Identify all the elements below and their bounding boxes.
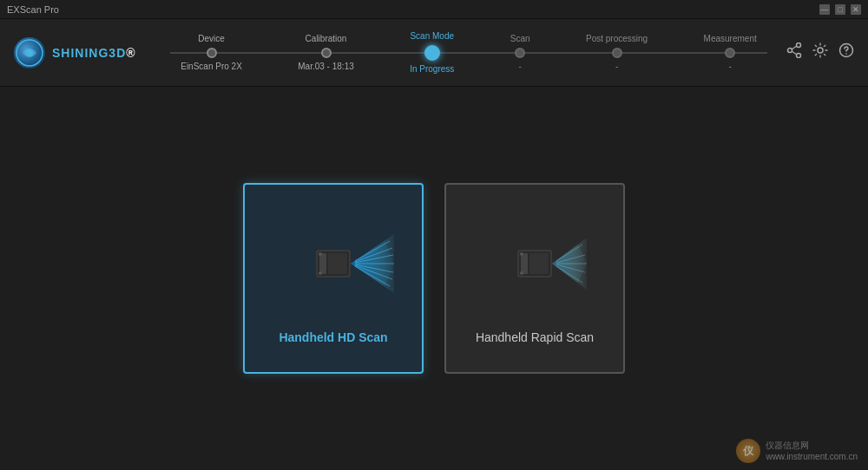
svg-point-15 (319, 271, 322, 275)
scanner-hd-icon (273, 212, 394, 317)
step-device-dot (207, 48, 217, 58)
svg-line-6 (792, 51, 797, 54)
step-device[interactable]: Device EinScan Pro 2X (181, 34, 242, 72)
svg-rect-12 (319, 253, 326, 274)
scan-card-hd-label: Handheld HD Scan (279, 330, 387, 344)
step-calibration-label-bottom: Mar.03 - 18:13 (298, 62, 353, 72)
svg-point-4 (788, 49, 792, 53)
main-content: Handheld HD Scan (0, 87, 868, 470)
scanner-rapid-icon (474, 212, 595, 317)
help-icon[interactable] (838, 42, 854, 62)
step-calibration-label-top: Calibration (306, 34, 347, 44)
svg-point-9 (845, 53, 847, 55)
svg-point-7 (818, 48, 823, 53)
watermark-text: 仪器信息网 www.instrument.com.cn (766, 440, 858, 462)
toolbar-icons (785, 42, 854, 62)
svg-point-3 (797, 54, 801, 58)
svg-rect-29 (529, 253, 549, 274)
step-measurement-label-top: Measurement (704, 34, 757, 44)
step-measurement[interactable]: Measurement - (704, 34, 757, 72)
step-device-label-top: Device (198, 34, 225, 44)
svg-rect-28 (521, 253, 528, 274)
svg-point-31 (520, 271, 523, 275)
step-post-processing-label-top: Post processing (586, 34, 648, 44)
svg-point-30 (520, 252, 523, 256)
step-post-processing-label-bottom: - (615, 62, 618, 72)
step-post-processing-dot (612, 48, 622, 58)
svg-point-2 (797, 43, 801, 48)
svg-line-5 (792, 46, 797, 49)
step-post-processing[interactable]: Post processing - (586, 34, 648, 72)
step-scan-label-bottom: - (518, 62, 521, 72)
settings-icon[interactable] (812, 42, 828, 62)
step-measurement-label-bottom: - (728, 62, 731, 72)
scan-card-handheld-hd[interactable]: Handheld HD Scan (243, 183, 424, 374)
close-button[interactable]: ✕ (851, 4, 861, 15)
step-calibration-dot (321, 48, 332, 58)
header: SHINING3D® Device EinScan Pro 2X Calibra… (0, 19, 868, 87)
step-scan-dot (515, 48, 525, 58)
step-scan-label-top: Scan (510, 34, 530, 44)
steps-container: Device EinScan Pro 2X Calibration Mar.03… (153, 31, 785, 75)
step-measurement-dot (725, 48, 735, 58)
step-scan-mode-label-top: Scan Mode (410, 31, 454, 42)
titlebar: EXScan Pro — □ ✕ (0, 0, 868, 19)
step-scan[interactable]: Scan - (510, 34, 530, 72)
watermark: 仪 仪器信息网 www.instrument.com.cn (736, 439, 858, 463)
svg-rect-13 (328, 253, 347, 274)
step-calibration[interactable]: Calibration Mar.03 - 18:13 (298, 34, 353, 72)
step-scan-mode-dot (424, 45, 440, 61)
maximize-button[interactable]: □ (835, 4, 845, 15)
scan-card-rapid-label: Handheld Rapid Scan (476, 330, 594, 344)
watermark-logo: 仪 (736, 439, 760, 463)
minimize-button[interactable]: — (819, 4, 830, 15)
svg-point-1 (26, 49, 33, 56)
scan-card-handheld-rapid[interactable]: Handheld Rapid Scan (444, 183, 625, 374)
svg-point-14 (319, 252, 322, 256)
logo-text: SHINING3D® (52, 46, 136, 60)
step-scan-mode[interactable]: Scan Mode In Progress (410, 31, 454, 75)
steps: Device EinScan Pro 2X Calibration Mar.03… (153, 31, 785, 75)
logo-area: SHINING3D® (14, 37, 153, 69)
share-icon[interactable] (786, 42, 802, 62)
app-title: EXScan Pro (7, 4, 59, 15)
step-device-label-bottom: EinScan Pro 2X (181, 62, 242, 72)
step-scan-mode-label-bottom: In Progress (410, 64, 454, 75)
window-controls[interactable]: — □ ✕ (819, 4, 861, 15)
logo-icon (14, 37, 45, 69)
